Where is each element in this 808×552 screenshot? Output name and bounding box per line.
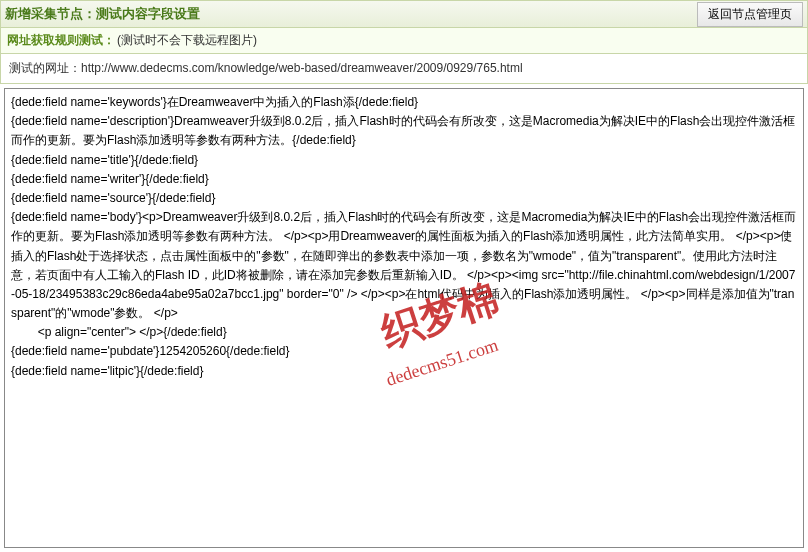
section-title: 网址获取规则测试： (7, 32, 115, 49)
test-url-row: 测试的网址：http://www.dedecms.com/knowledge/w… (0, 54, 808, 84)
header-bar: 新增采集节点：测试内容字段设置 返回节点管理页 (0, 0, 808, 28)
rule-test-section: 网址获取规则测试： (测试时不会下载远程图片) (0, 28, 808, 54)
content-textarea[interactable] (4, 88, 804, 548)
section-note: (测试时不会下载远程图片) (117, 32, 257, 49)
test-url-value: http://www.dedecms.com/knowledge/web-bas… (81, 61, 523, 75)
page-title: 新增采集节点：测试内容字段设置 (5, 5, 200, 23)
content-wrap: 织梦棉 dedecms51.com (0, 84, 808, 552)
test-url-label: 测试的网址： (9, 61, 81, 75)
return-button[interactable]: 返回节点管理页 (697, 2, 803, 27)
